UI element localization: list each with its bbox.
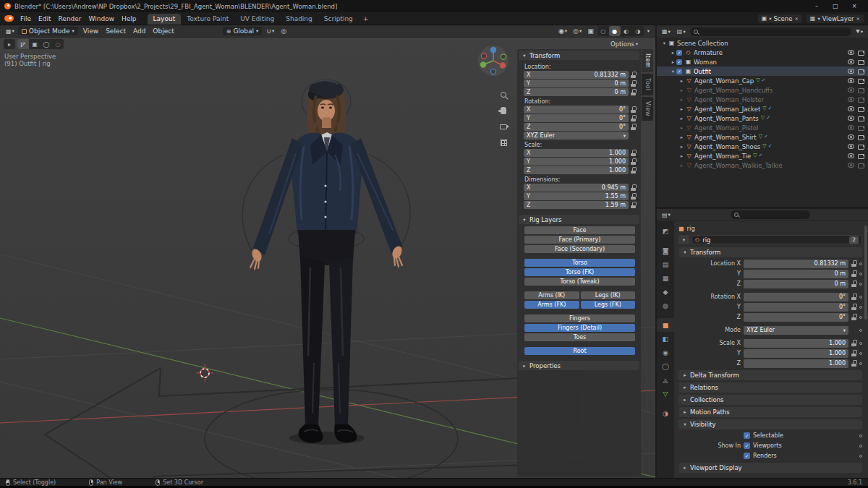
lock-icon[interactable] [851,281,856,287]
blender-menu-logo[interactable] [4,15,14,22]
shading-dropdown-icon[interactable]: ▾ [645,26,652,37]
collection-checkbox[interactable]: ✓ [676,50,682,56]
animate-property-dot[interactable] [859,445,862,448]
users-count-badge[interactable]: 2 [849,236,859,244]
unlink-scene-icon[interactable]: × [794,16,798,22]
hide-viewport-icon[interactable] [848,153,854,158]
checkbox[interactable]: ✓ [744,432,750,439]
animate-property-dot[interactable] [859,296,862,299]
hide-viewport-icon[interactable] [848,97,854,102]
rig-layer-button[interactable]: Face (Secondary) [524,245,635,253]
transform-orientation-selector[interactable]: ⊕ Global ▾ [223,27,263,35]
checkbox[interactable]: ✓ [744,442,750,449]
expand-arrow-icon[interactable]: ▸ [678,153,685,159]
close-button[interactable]: × [845,0,864,12]
animate-property-dot[interactable] [859,455,862,458]
hide-viewport-icon[interactable] [848,59,854,64]
expand-arrow-icon[interactable]: ▸ [678,97,685,103]
properties-tab[interactable]: ◬ [657,373,674,387]
checkbox[interactable]: ✓ [744,453,750,459]
transform-panel-header[interactable]: ▾ Transform [519,51,639,60]
lock-icon[interactable] [851,294,856,300]
outliner-row[interactable]: ▸ ✓ Agent_Woman_Handcuffs ▽ ✓ [657,85,868,95]
lock-icon[interactable] [851,360,856,367]
select-circle-icon[interactable]: ◯ [41,39,52,49]
outliner-row[interactable]: ▸ ✓ Agent_Woman_Shirt ▽ ✓ [657,132,868,142]
n-panel-tab[interactable]: View [642,97,653,121]
property-field[interactable]: 0° ▾ [744,313,848,322]
dimension-field[interactable]: Y 1.55 m [524,192,629,200]
rotation-mode-dropdown[interactable]: XYZ Euler ▾ [524,132,629,140]
menu-item[interactable]: Help [118,12,140,25]
properties-tab[interactable]: ▤ [657,257,674,271]
maximize-button[interactable]: □ [826,0,845,12]
location-field[interactable]: X 0.81332 m [524,71,629,79]
camera-view-button[interactable] [498,121,509,132]
select-lasso-icon[interactable]: ◌ [52,39,64,49]
show-overlays-icon[interactable]: ◎▾ [571,26,584,37]
pan-button[interactable] [498,106,509,116]
property-field[interactable]: 1.000 ▾ [744,349,848,358]
rotation-field[interactable]: Y 0° [524,114,629,122]
location-field[interactable]: Z 0 m [524,88,629,96]
lock-icon[interactable] [631,124,636,130]
workspace-tab[interactable]: Texture Paint [181,14,234,25]
rig-layer-button[interactable]: Legs (IK) [581,291,636,299]
lock-icon[interactable] [851,270,856,277]
property-field[interactable]: 0° ▾ [744,303,848,312]
animate-property-dot[interactable] [859,273,862,275]
lock-icon[interactable] [631,106,636,113]
expand-arrow-icon[interactable]: ▸ [670,59,676,65]
lock-icon[interactable] [631,89,636,95]
collection-checkbox[interactable]: ✓ [676,69,682,74]
remove-viewlayer-icon[interactable]: × [856,16,860,22]
expand-arrow-icon[interactable]: ▸ [678,106,685,112]
outliner-row[interactable]: ▸ ✓ Agent_Woman_Pistol ▽ ✓ [657,123,868,132]
animate-property-dot[interactable] [859,316,862,319]
properties-tab[interactable]: ◧ [657,332,674,346]
rig-layer-button[interactable]: Fingers (Detail) [524,324,635,332]
expand-arrow-icon[interactable]: ▸ [678,125,685,131]
outliner-row[interactable]: ▾ ✓ Scene Collection ▽ ✓ [657,38,868,48]
snap-magnet-icon[interactable]: ∪▾ [264,26,276,37]
rig-layer-button[interactable]: Legs (FK) [581,301,636,309]
rig-layer-button[interactable]: Torso (FK) [524,268,635,276]
lock-icon[interactable] [631,167,636,174]
properties-tab[interactable]: ◆ [657,285,674,299]
proportional-editing-icon[interactable]: ◎ [278,26,289,37]
animate-property-dot[interactable] [859,342,862,345]
viewlayer-selector[interactable]: ▦ ▾ ViewLayer × [807,14,864,23]
outliner-row[interactable]: ▸ ✓ Agent_Woman_Pants ▽ ✓ [657,114,868,123]
rig-layer-button[interactable]: Face (Primary) [524,236,635,244]
mode-selector[interactable]: Object Mode ▾ [18,27,78,35]
disable-render-icon[interactable] [858,125,865,130]
lock-icon[interactable] [631,115,636,121]
disable-render-icon[interactable] [858,97,865,102]
menu-item[interactable]: File [17,12,35,25]
dimension-field[interactable]: Z 1.59 m [524,201,629,209]
rig-layer-button[interactable]: Face [524,226,635,234]
location-field[interactable]: Y 0 m [524,80,629,87]
disable-render-icon[interactable] [858,69,865,74]
disable-render-icon[interactable] [858,116,865,121]
property-field[interactable]: 0 m ▾ [744,280,848,288]
lock-icon[interactable] [851,260,856,267]
outliner-row[interactable]: ▾ ✓ Outfit ▽ ✓ [657,67,868,76]
lock-icon[interactable] [631,80,636,87]
n-panel-tab[interactable]: Item [642,49,653,72]
expand-arrow-icon[interactable]: ▸ [678,78,685,84]
outliner-row[interactable]: ▸ ✓ Agent_Woman_Walkie_Talkie ▽ ✓ [657,160,868,170]
animate-property-dot[interactable] [859,329,862,332]
editor-type-selector[interactable]: ▦▾ [4,26,17,37]
viewport-menu-item[interactable]: Add [129,25,149,37]
shading-wireframe-icon[interactable]: ○ [597,26,609,36]
expand-arrow-icon[interactable]: ▸ [670,50,676,56]
hide-viewport-icon[interactable] [848,116,854,121]
lock-icon[interactable] [851,314,856,320]
hide-viewport-icon[interactable] [848,78,854,83]
expand-arrow-icon[interactable]: ▾ [670,69,676,74]
properties-subpanel-header[interactable]: ▸ Properties [519,361,639,370]
rotation-field[interactable]: Z 0° [524,123,629,131]
expand-arrow-icon[interactable]: ▸ [678,144,685,150]
lock-icon[interactable] [631,150,636,156]
